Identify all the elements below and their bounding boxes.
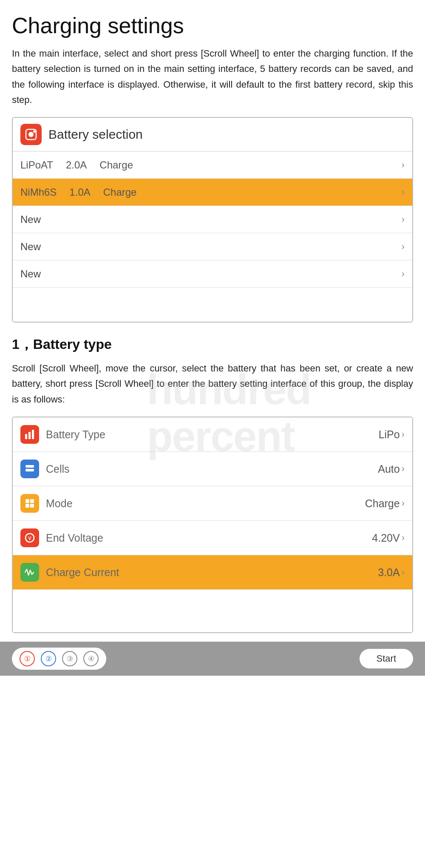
row2-mode: Charge [103, 186, 137, 198]
svg-rect-5 [32, 430, 34, 439]
panel-header: Battery selection [13, 118, 412, 151]
bt-battery-type-value: LiPo [379, 428, 400, 441]
row4-arrow: › [402, 241, 405, 252]
page-title: Charging settings [12, 13, 413, 38]
row2-arrow: › [402, 187, 405, 198]
bottom-bar: ① ② ③ ④ Start [0, 642, 425, 676]
empty-row [13, 288, 412, 322]
svg-text:V: V [28, 536, 31, 541]
bt-charge-current-label: Charge Current [46, 566, 378, 579]
row2-type: NiMh6S [20, 186, 57, 198]
bt-cells-arrow: › [402, 463, 405, 474]
battery-row-2[interactable]: NiMh6S 1.0A Charge › [13, 179, 412, 206]
svg-point-2 [33, 130, 36, 133]
row2-amp: 1.0A [69, 186, 90, 198]
bt-row-battery-type[interactable]: Battery Type LiPo › [13, 417, 412, 452]
bt-row-mode[interactable]: Mode Charge › [13, 486, 412, 521]
svg-rect-9 [30, 499, 34, 503]
bt-mode-label: Mode [46, 497, 365, 510]
row3-arrow: › [402, 214, 405, 225]
charge-current-icon [20, 563, 39, 582]
row1-type: LiPoAT [20, 159, 53, 171]
bt-battery-type-label: Battery Type [46, 428, 379, 441]
battery-type-panel: Battery Type LiPo › Cells Auto › [12, 417, 413, 633]
svg-point-1 [28, 132, 34, 137]
step-1[interactable]: ① [20, 651, 35, 666]
battery-type-icon [20, 425, 39, 444]
svg-rect-3 [25, 434, 27, 439]
svg-rect-10 [26, 504, 29, 508]
bt-row-end-voltage[interactable]: V End Voltage 4.20V › [13, 521, 412, 555]
battery-row-5[interactable]: New › [13, 260, 412, 288]
start-button[interactable]: Start [360, 649, 413, 668]
svg-rect-6 [26, 465, 34, 468]
bt-end-voltage-label: End Voltage [46, 532, 372, 544]
bt-mode-arrow: › [402, 498, 405, 509]
svg-rect-7 [26, 469, 34, 471]
row5-arrow: › [402, 268, 405, 280]
bt-row-charge-current[interactable]: Charge Current 3.0A › [13, 555, 412, 590]
intro-text: In the main interface, select and short … [12, 46, 413, 108]
bt-battery-type-arrow: › [402, 429, 405, 440]
section1-text: Scroll [Scroll Wheel], move the cursor, … [12, 361, 413, 407]
row4-label: New [20, 241, 402, 253]
section1-heading: 1，Battery type [12, 335, 413, 354]
mode-icon [20, 494, 39, 513]
battery-row-4[interactable]: New › [13, 233, 412, 260]
step-4[interactable]: ④ [83, 651, 99, 666]
row1-arrow: › [402, 160, 405, 171]
row5-label: New [20, 268, 402, 280]
bt-charge-current-arrow: › [402, 567, 405, 578]
row1-amp: 2.0A [66, 159, 87, 171]
panel2-empty-row [13, 590, 412, 632]
cells-icon [20, 460, 39, 478]
step-2[interactable]: ② [41, 651, 56, 666]
step-indicators: ① ② ③ ④ [12, 648, 106, 670]
end-voltage-icon: V [20, 528, 39, 547]
battery-selection-title: Battery selection [48, 127, 143, 142]
row1-mode: Charge [99, 159, 133, 171]
bt-end-voltage-arrow: › [402, 532, 405, 543]
svg-rect-11 [30, 504, 34, 508]
bt-cells-label: Cells [46, 463, 378, 475]
svg-rect-4 [28, 432, 31, 439]
battery-row-1[interactable]: LiPoAT 2.0A Charge › [13, 151, 412, 179]
bt-mode-value: Charge [365, 497, 400, 510]
battery-selection-icon [20, 124, 42, 145]
battery-row-3[interactable]: New › [13, 206, 412, 233]
row3-label: New [20, 214, 402, 226]
bt-cells-value: Auto [378, 463, 400, 475]
bt-row-cells[interactable]: Cells Auto › [13, 452, 412, 486]
battery-selection-panel: Battery selection LiPoAT 2.0A Charge › N… [12, 117, 413, 323]
svg-rect-8 [26, 499, 29, 503]
bt-charge-current-value: 3.0A [378, 566, 400, 579]
step-3[interactable]: ③ [62, 651, 77, 666]
bt-end-voltage-value: 4.20V [372, 532, 400, 544]
